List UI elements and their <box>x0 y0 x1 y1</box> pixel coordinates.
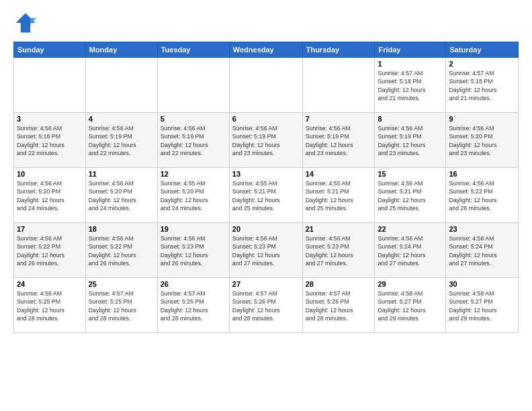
day-number: 2 <box>449 60 515 68</box>
day-info: Sunrise: 4:56 AMSunset: 5:19 PMDaylight:… <box>378 124 443 157</box>
day-number: 20 <box>232 225 300 233</box>
day-number: 9 <box>449 115 515 123</box>
day-number: 12 <box>161 170 226 178</box>
day-info: Sunrise: 4:56 AMSunset: 5:18 PMDaylight:… <box>17 124 83 157</box>
calendar-cell: 13Sunrise: 4:55 AMSunset: 5:21 PMDayligh… <box>229 168 302 223</box>
calendar-cell: 3Sunrise: 4:56 AMSunset: 5:18 PMDaylight… <box>14 113 86 168</box>
weekday-header-friday: Friday <box>375 42 446 58</box>
calendar-cell: 18Sunrise: 4:56 AMSunset: 5:22 PMDayligh… <box>85 223 157 278</box>
day-info: Sunrise: 4:56 AMSunset: 5:23 PMDaylight:… <box>161 234 226 267</box>
day-number: 14 <box>306 170 372 178</box>
page: SundayMondayTuesdayWednesdayThursdayFrid… <box>0 0 532 411</box>
day-info: Sunrise: 4:56 AMSunset: 5:25 PMDaylight:… <box>17 289 83 322</box>
day-info: Sunrise: 4:56 AMSunset: 5:24 PMDaylight:… <box>449 234 515 267</box>
day-info: Sunrise: 4:56 AMSunset: 5:22 PMDaylight:… <box>17 234 83 267</box>
day-info: Sunrise: 4:57 AMSunset: 5:25 PMDaylight:… <box>89 289 154 322</box>
day-number: 25 <box>89 280 154 288</box>
calendar-cell: 16Sunrise: 4:56 AMSunset: 5:22 PMDayligh… <box>446 168 519 223</box>
day-number: 4 <box>89 115 154 123</box>
day-number: 19 <box>161 225 226 233</box>
calendar-cell: 14Sunrise: 4:55 AMSunset: 5:21 PMDayligh… <box>302 168 375 223</box>
day-number: 3 <box>17 115 83 123</box>
day-info: Sunrise: 4:56 AMSunset: 5:20 PMDaylight:… <box>89 179 154 212</box>
weekday-header-wednesday: Wednesday <box>229 42 302 58</box>
day-number: 11 <box>89 170 154 178</box>
day-info: Sunrise: 4:57 AMSunset: 5:18 PMDaylight:… <box>378 69 443 102</box>
day-info: Sunrise: 4:57 AMSunset: 5:26 PMDaylight:… <box>232 289 300 322</box>
day-info: Sunrise: 4:55 AMSunset: 5:21 PMDaylight:… <box>306 179 372 212</box>
calendar-cell <box>85 58 157 113</box>
day-number: 8 <box>378 115 443 123</box>
day-info: Sunrise: 4:56 AMSunset: 5:19 PMDaylight:… <box>306 124 372 157</box>
calendar-cell: 21Sunrise: 4:56 AMSunset: 5:23 PMDayligh… <box>302 223 375 278</box>
day-info: Sunrise: 4:57 AMSunset: 5:25 PMDaylight:… <box>161 289 226 322</box>
calendar-cell: 25Sunrise: 4:57 AMSunset: 5:25 PMDayligh… <box>85 278 157 333</box>
calendar-cell: 11Sunrise: 4:56 AMSunset: 5:20 PMDayligh… <box>85 168 157 223</box>
calendar-cell: 27Sunrise: 4:57 AMSunset: 5:26 PMDayligh… <box>229 278 302 333</box>
calendar-cell: 22Sunrise: 4:56 AMSunset: 5:24 PMDayligh… <box>375 223 446 278</box>
day-info: Sunrise: 4:57 AMSunset: 5:26 PMDaylight:… <box>306 289 372 322</box>
calendar-cell: 24Sunrise: 4:56 AMSunset: 5:25 PMDayligh… <box>14 278 86 333</box>
calendar-cell: 4Sunrise: 4:56 AMSunset: 5:19 PMDaylight… <box>85 113 157 168</box>
day-info: Sunrise: 4:57 AMSunset: 5:18 PMDaylight:… <box>449 69 515 102</box>
calendar-cell: 30Sunrise: 4:58 AMSunset: 5:27 PMDayligh… <box>446 278 519 333</box>
day-number: 10 <box>17 170 83 178</box>
day-info: Sunrise: 4:56 AMSunset: 5:21 PMDaylight:… <box>378 179 443 212</box>
day-number: 13 <box>232 170 300 178</box>
calendar-cell: 26Sunrise: 4:57 AMSunset: 5:25 PMDayligh… <box>157 278 229 333</box>
calendar-cell: 1Sunrise: 4:57 AMSunset: 5:18 PMDaylight… <box>375 58 446 113</box>
calendar-cell: 23Sunrise: 4:56 AMSunset: 5:24 PMDayligh… <box>446 223 519 278</box>
day-number: 16 <box>449 170 515 178</box>
day-number: 21 <box>306 225 372 233</box>
day-info: Sunrise: 4:56 AMSunset: 5:19 PMDaylight:… <box>161 124 226 157</box>
calendar-cell: 6Sunrise: 4:56 AMSunset: 5:19 PMDaylight… <box>229 113 302 168</box>
header <box>13 11 519 35</box>
day-info: Sunrise: 4:56 AMSunset: 5:23 PMDaylight:… <box>306 234 372 267</box>
calendar-cell: 17Sunrise: 4:56 AMSunset: 5:22 PMDayligh… <box>14 223 86 278</box>
day-number: 30 <box>449 280 515 288</box>
weekday-header-saturday: Saturday <box>446 42 519 58</box>
day-number: 22 <box>378 225 443 233</box>
calendar-cell: 15Sunrise: 4:56 AMSunset: 5:21 PMDayligh… <box>375 168 446 223</box>
calendar-cell <box>14 58 86 113</box>
calendar-cell: 28Sunrise: 4:57 AMSunset: 5:26 PMDayligh… <box>302 278 375 333</box>
day-info: Sunrise: 4:58 AMSunset: 5:27 PMDaylight:… <box>378 289 443 322</box>
calendar-cell: 20Sunrise: 4:56 AMSunset: 5:23 PMDayligh… <box>229 223 302 278</box>
calendar-cell: 8Sunrise: 4:56 AMSunset: 5:19 PMDaylight… <box>375 113 446 168</box>
calendar-cell: 10Sunrise: 4:56 AMSunset: 5:20 PMDayligh… <box>14 168 86 223</box>
day-number: 23 <box>449 225 515 233</box>
weekday-header-monday: Monday <box>85 42 157 58</box>
weekday-header-sunday: Sunday <box>14 42 86 58</box>
week-row-5: 24Sunrise: 4:56 AMSunset: 5:25 PMDayligh… <box>14 278 519 333</box>
calendar-cell: 19Sunrise: 4:56 AMSunset: 5:23 PMDayligh… <box>157 223 229 278</box>
calendar-cell: 5Sunrise: 4:56 AMSunset: 5:19 PMDaylight… <box>157 113 229 168</box>
week-row-3: 10Sunrise: 4:56 AMSunset: 5:20 PMDayligh… <box>14 168 519 223</box>
day-number: 26 <box>161 280 226 288</box>
calendar-cell: 29Sunrise: 4:58 AMSunset: 5:27 PMDayligh… <box>375 278 446 333</box>
day-number: 1 <box>378 60 443 68</box>
day-number: 15 <box>378 170 443 178</box>
calendar-cell: 12Sunrise: 4:55 AMSunset: 5:20 PMDayligh… <box>157 168 229 223</box>
week-row-4: 17Sunrise: 4:56 AMSunset: 5:22 PMDayligh… <box>14 223 519 278</box>
day-number: 27 <box>232 280 300 288</box>
day-info: Sunrise: 4:56 AMSunset: 5:22 PMDaylight:… <box>89 234 154 267</box>
logo-icon <box>13 11 38 35</box>
day-info: Sunrise: 4:56 AMSunset: 5:19 PMDaylight:… <box>232 124 300 157</box>
calendar-body: 1Sunrise: 4:57 AMSunset: 5:18 PMDaylight… <box>14 58 519 333</box>
calendar-header: SundayMondayTuesdayWednesdayThursdayFrid… <box>14 42 519 58</box>
day-number: 17 <box>17 225 83 233</box>
calendar: SundayMondayTuesdayWednesdayThursdayFrid… <box>13 42 519 333</box>
day-info: Sunrise: 4:56 AMSunset: 5:22 PMDaylight:… <box>449 179 515 212</box>
calendar-cell: 2Sunrise: 4:57 AMSunset: 5:18 PMDaylight… <box>446 58 519 113</box>
weekday-header-thursday: Thursday <box>302 42 375 58</box>
calendar-cell <box>229 58 302 113</box>
calendar-cell <box>302 58 375 113</box>
day-info: Sunrise: 4:56 AMSunset: 5:20 PMDaylight:… <box>17 179 83 212</box>
calendar-cell: 9Sunrise: 4:56 AMSunset: 5:20 PMDaylight… <box>446 113 519 168</box>
week-row-2: 3Sunrise: 4:56 AMSunset: 5:18 PMDaylight… <box>14 113 519 168</box>
day-info: Sunrise: 4:56 AMSunset: 5:19 PMDaylight:… <box>89 124 154 157</box>
day-info: Sunrise: 4:56 AMSunset: 5:24 PMDaylight:… <box>378 234 443 267</box>
day-number: 29 <box>378 280 443 288</box>
calendar-cell <box>157 58 229 113</box>
day-number: 6 <box>232 115 300 123</box>
